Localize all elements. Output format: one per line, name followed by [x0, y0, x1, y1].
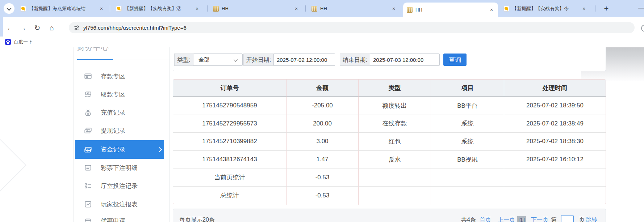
- type-select[interactable]: 全部: [193, 54, 243, 66]
- sidebar-item-withdraw[interactable]: 取款专区: [75, 85, 164, 103]
- first-page-link[interactable]: 首页: [480, 216, 491, 222]
- tab-close-icon[interactable]: ×: [489, 7, 494, 13]
- hall-bet-icon: [84, 182, 92, 190]
- browser-tab-3[interactable]: HH ×: [209, 0, 303, 17]
- sidebar-item-hall-bet-record[interactable]: 厅室投注记录: [75, 177, 164, 195]
- browser-tab-6[interactable]: 【新提醒】【实战有奖】今 ×: [500, 0, 590, 17]
- end-date-label: 结束日期:: [340, 54, 370, 66]
- tab-divider: [207, 5, 208, 12]
- prev-page-link[interactable]: 上一页: [498, 216, 515, 222]
- type-select-value: 全部: [198, 56, 209, 63]
- jump-prefix-text: 第: [551, 216, 557, 222]
- start-date-input[interactable]: [273, 54, 335, 66]
- tab-search-button[interactable]: [4, 3, 14, 14]
- tab-title: 【新提醒】【实战有奖】活: [125, 5, 191, 12]
- recharge-bag-icon: [84, 108, 92, 116]
- hh-favicon-icon: [407, 7, 413, 13]
- sidebar-item-promo[interactable]: 优惠申请: [75, 212, 164, 222]
- address-bar[interactable]: yl756.com/hhcp/usercenter.html?iniType=6: [69, 22, 635, 33]
- browser-window: 【新提醒】海燕策略论坛结 × 【新提醒】【实战有奖】活 × HH × HH × …: [0, 0, 644, 222]
- page-content: 财务中心 存款专区 取款专区 充值记录: [0, 47, 644, 222]
- tab-title: HH: [320, 6, 388, 11]
- back-button[interactable]: ←: [4, 22, 16, 33]
- back-arrow-icon: ←: [7, 24, 14, 32]
- hh-favicon-icon: [311, 6, 317, 12]
- sidebar-item-label: 存款专区: [101, 72, 125, 81]
- hh-favicon-icon: [213, 6, 219, 12]
- tab-title: 【新提醒】【实战有奖】今: [512, 5, 578, 12]
- browser-tab-5-active[interactable]: HH ×: [403, 3, 498, 17]
- tab-close-icon[interactable]: ×: [99, 6, 104, 12]
- table-cell: [359, 168, 431, 187]
- home-button[interactable]: ⌂: [46, 22, 58, 33]
- sidebar-item-label: 玩家投注报表: [101, 200, 138, 209]
- table-cell: 额度转出: [359, 97, 431, 115]
- pagination-bar: 每页显示20条 共4条 首页 上一页 [1] 下一页 第 页 跳转: [173, 209, 606, 222]
- jump-button[interactable]: 跳转: [586, 216, 597, 222]
- table-cell: 反水: [359, 151, 431, 169]
- table-cell: -205.00: [287, 97, 359, 115]
- tab-close-icon[interactable]: ×: [293, 6, 299, 12]
- bookmark-baidu[interactable]: 百度一下: [5, 38, 33, 46]
- table-cell: 1751443812674143: [173, 151, 287, 169]
- current-page-indicator[interactable]: [1]: [517, 216, 526, 222]
- jump-suffix-text: 页: [579, 216, 585, 222]
- sidebar-item-label: 彩票下注明细: [101, 164, 138, 172]
- minimize-button[interactable]: —: [638, 4, 644, 12]
- sidebar-item-deposit[interactable]: 存款专区: [75, 67, 164, 85]
- browser-tab-4[interactable]: HH ×: [308, 0, 400, 17]
- tab-strip: 【新提醒】海燕策略论坛结 × 【新提醒】【实战有奖】活 × HH × HH × …: [0, 0, 644, 17]
- table-cell: 2025-07-02 18:39:50: [504, 97, 606, 115]
- browser-tab-1[interactable]: 【新提醒】海燕策略论坛结 ×: [17, 0, 108, 17]
- tab-close-icon[interactable]: ×: [194, 6, 200, 12]
- home-icon: ⌂: [50, 24, 54, 32]
- sidebar-item-withdrawal-record[interactable]: 提现记录: [75, 121, 164, 140]
- forward-button[interactable]: →: [17, 22, 29, 33]
- table-cell: -0.53: [287, 187, 359, 205]
- table-cell: 当前页统计: [173, 168, 287, 187]
- tab-divider: [305, 5, 306, 12]
- jump-page-input[interactable]: [561, 215, 574, 222]
- sidebar-item-label: 提现记录: [101, 127, 125, 135]
- sidebar-item-player-report[interactable]: 玩家投注报表: [75, 195, 164, 213]
- table-cell: 在线存款: [359, 115, 431, 133]
- url-text: yl756.com/hhcp/usercenter.html?iniType=6: [83, 25, 187, 31]
- new-tab-button[interactable]: +: [601, 4, 611, 14]
- type-label: 类型:: [174, 54, 193, 66]
- tab-divider: [110, 5, 110, 12]
- chevron-down-icon: [7, 5, 12, 10]
- tab-divider: [595, 5, 595, 12]
- column-header: 订单号: [173, 80, 287, 97]
- tab-close-icon[interactable]: ×: [581, 6, 587, 12]
- browser-tab-2[interactable]: 【新提醒】【实战有奖】活 ×: [112, 0, 204, 17]
- sidebar-item-funds-record[interactable]: 资金记录: [75, 140, 164, 159]
- sidebar-item-recharge[interactable]: 充值记录: [75, 103, 164, 121]
- end-date-input[interactable]: [370, 54, 440, 66]
- funds-record-icon: [84, 146, 92, 154]
- table-cell: 1751452729955573: [173, 115, 287, 133]
- select-caret-icon: [234, 57, 238, 61]
- forum-favicon-icon: [503, 6, 509, 12]
- lottery-detail-icon: [84, 164, 92, 172]
- table-cell: 2025-07-02 18:38:49: [504, 115, 606, 133]
- tab-title: HH: [415, 7, 486, 13]
- tab-close-icon[interactable]: ×: [391, 6, 397, 12]
- sidebar-item-label: 资金记录: [101, 145, 125, 154]
- baidu-paw-icon: [5, 39, 11, 45]
- triangle-decoration: [0, 123, 26, 207]
- sidebar-item-label: 厅室投注记录: [101, 182, 138, 190]
- table-cell: [504, 168, 606, 187]
- table-cell: 1.47: [287, 151, 359, 169]
- sidebar-left-border: [74, 47, 74, 222]
- next-page-link[interactable]: 下一页: [531, 216, 548, 222]
- sidebar-item-label: 取款专区: [101, 90, 125, 99]
- search-button[interactable]: 查询: [443, 54, 467, 66]
- total-count-text: 共4条: [461, 216, 476, 222]
- sidebar-header-label: 财务中心: [77, 47, 109, 52]
- table-cell: 1751452790548959: [173, 97, 287, 115]
- sidebar-item-lottery-detail[interactable]: 彩票下注明细: [75, 159, 164, 177]
- table-cell: -0.53: [287, 168, 359, 187]
- deposit-card-icon: [84, 72, 92, 80]
- reload-button[interactable]: ↻: [32, 22, 43, 33]
- bookmarks-bar: 百度一下: [0, 37, 644, 48]
